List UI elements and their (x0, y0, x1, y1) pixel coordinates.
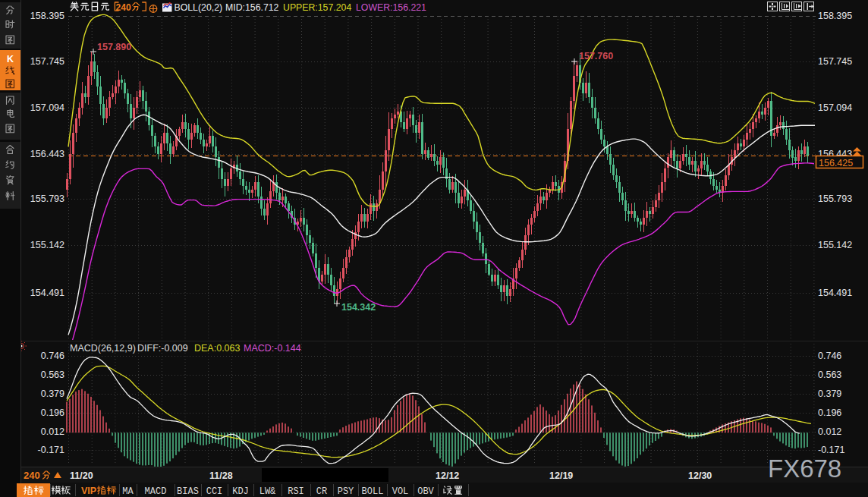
svg-text:-0.171: -0.171 (818, 445, 844, 455)
svg-text:157.094: 157.094 (30, 102, 64, 113)
svg-text:0.379: 0.379 (41, 388, 64, 399)
svg-text:155.142: 155.142 (30, 240, 64, 250)
svg-text:CR: CR (316, 486, 327, 497)
svg-text:CCI: CCI (206, 486, 223, 497)
svg-text:158.395: 158.395 (30, 11, 64, 21)
svg-text:MACD(26,12,9): MACD(26,12,9) (70, 343, 136, 354)
svg-text:0.563: 0.563 (818, 370, 841, 380)
svg-text:PSY: PSY (338, 486, 354, 497)
svg-text:DEA:0.063: DEA:0.063 (194, 343, 241, 354)
svg-text:0.196: 0.196 (41, 407, 64, 418)
svg-text:0.746: 0.746 (818, 351, 841, 361)
svg-text:0.379: 0.379 (818, 388, 841, 399)
svg-text:LOWER:156.221: LOWER:156.221 (356, 2, 426, 13)
svg-text:DIFF:-0.009: DIFF:-0.009 (137, 343, 188, 354)
svg-text:0.196: 0.196 (818, 407, 841, 418)
svg-text:0.563: 0.563 (41, 370, 64, 380)
svg-text:MACD:-0.144: MACD:-0.144 (244, 343, 301, 354)
svg-text:157.890: 157.890 (97, 42, 131, 52)
svg-text:0.012: 0.012 (818, 426, 841, 437)
svg-text:155.142: 155.142 (818, 240, 852, 250)
svg-text:155.793: 155.793 (818, 193, 852, 204)
svg-text:157.760: 157.760 (579, 51, 613, 61)
svg-text:158.395: 158.395 (818, 11, 852, 21)
svg-text:240: 240 (24, 470, 40, 481)
svg-text:MA: MA (122, 486, 134, 497)
svg-text:11/28: 11/28 (209, 470, 233, 481)
svg-text:157.094: 157.094 (818, 102, 852, 113)
svg-text:BOLL(20,2): BOLL(20,2) (175, 2, 223, 13)
svg-text:BOLL: BOLL (362, 486, 384, 497)
svg-text:240: 240 (116, 2, 131, 13)
svg-text:MACD: MACD (145, 486, 167, 497)
svg-text:BIAS: BIAS (177, 486, 199, 497)
svg-text:154.491: 154.491 (818, 288, 852, 298)
svg-text:KDJ: KDJ (232, 486, 249, 497)
svg-text:-0.171: -0.171 (38, 445, 64, 455)
svg-text:157.745: 157.745 (818, 56, 852, 67)
svg-text:154.342: 154.342 (341, 302, 376, 313)
svg-text:UPPER:157.204: UPPER:157.204 (283, 2, 351, 13)
svg-text:VIP: VIP (81, 486, 96, 496)
svg-text:12/19: 12/19 (549, 470, 573, 481)
svg-text:K: K (7, 54, 14, 64)
svg-text:FX678: FX678 (768, 455, 841, 483)
svg-text:VOL: VOL (392, 486, 409, 497)
svg-text:OBV: OBV (417, 486, 434, 497)
svg-text:157.745: 157.745 (30, 56, 64, 67)
svg-text:0.746: 0.746 (41, 351, 64, 361)
svg-text:154.491: 154.491 (30, 288, 64, 298)
svg-text:155.793: 155.793 (30, 193, 64, 204)
svg-text:RSI: RSI (288, 486, 304, 497)
svg-text:12/30: 12/30 (688, 470, 712, 481)
svg-text:11/20: 11/20 (70, 470, 93, 481)
svg-text:156.443: 156.443 (30, 149, 64, 159)
svg-text:12/12: 12/12 (436, 470, 459, 481)
svg-text:MID:156.712: MID:156.712 (225, 2, 279, 13)
svg-text:156.425: 156.425 (819, 158, 853, 168)
svg-text:LW&: LW& (259, 486, 276, 497)
svg-text:0.012: 0.012 (41, 426, 64, 437)
